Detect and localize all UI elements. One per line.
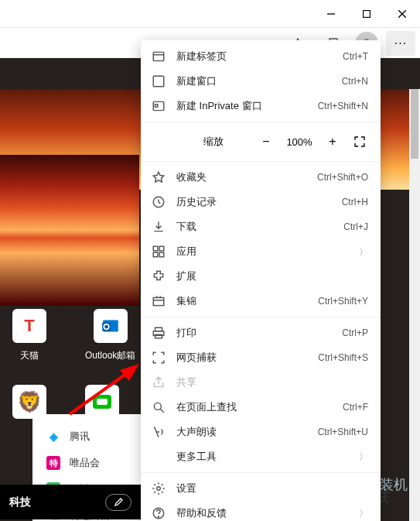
menu-shortcut: Ctrl+F — [343, 402, 368, 413]
menu-label: 应用 — [176, 245, 348, 259]
menu-label: 历史记录 — [176, 195, 331, 209]
menu-shortcut: Ctrl+Shift+U — [318, 427, 368, 437]
apps-icon — [152, 245, 166, 259]
menu-label: 收藏夹 — [176, 170, 306, 184]
menu-extensions[interactable]: 扩展 — [141, 264, 381, 289]
menu-label: 新建窗口 — [176, 74, 331, 88]
star-icon — [152, 170, 166, 184]
menu-find[interactable]: 在页面上查找 Ctrl+F — [141, 395, 381, 420]
menu-new-tab[interactable]: 新建标签页 Ctrl+T — [141, 44, 381, 69]
menu-more-tools[interactable]: 更多工具 〉 — [141, 444, 381, 469]
menu-new-window[interactable]: 新建窗口 Ctrl+N — [141, 69, 381, 94]
menu-shortcut: Ctrl+Shift+N — [318, 101, 368, 111]
find-icon — [152, 400, 166, 414]
menu-label: 新建 InPrivate 窗口 — [176, 99, 307, 113]
inprivate-icon — [152, 99, 166, 113]
menu-shortcut: Ctrl+Shift+Y — [318, 296, 368, 307]
menu-history[interactable]: 历史记录 Ctrl+H — [141, 190, 381, 214]
menu-new-inprivate[interactable]: 新建 InPrivate 窗口 Ctrl+Shift+N — [141, 94, 381, 118]
outlook-icon — [94, 309, 128, 343]
menu-shortcut: Ctrl+P — [342, 327, 368, 338]
read-aloud-icon — [152, 425, 166, 439]
menu-shortcut: Ctrl+Shift+S — [318, 352, 368, 363]
menu-share: 共享 — [141, 370, 381, 395]
settings-menu-button[interactable]: ··· — [386, 31, 415, 56]
svg-rect-21 — [159, 252, 164, 257]
menu-label: 扩展 — [176, 269, 368, 283]
scrollbar-thumb[interactable] — [411, 89, 418, 159]
menu-print[interactable]: 打印 Ctrl+P — [141, 320, 381, 345]
settings-dropdown-menu: 新建标签页 Ctrl+T 新建窗口 Ctrl+N 新建 InPrivate 窗口… — [141, 40, 381, 521]
menu-apps[interactable]: 应用 〉 — [141, 239, 381, 264]
zoom-in-button[interactable]: + — [319, 130, 347, 153]
collections-icon — [152, 294, 166, 308]
menu-label: 帮助和反馈 — [176, 506, 348, 520]
svg-point-31 — [157, 487, 161, 491]
tencent-icon: ◈ — [46, 430, 60, 444]
menu-help[interactable]: 帮助和反馈 〉 — [141, 501, 381, 521]
menu-label: 设置 — [176, 482, 368, 495]
blank-icon — [152, 450, 166, 464]
menu-label: 打印 — [176, 326, 331, 340]
svg-rect-22 — [153, 298, 164, 306]
tile-tmall[interactable]: T 天猫 — [12, 309, 46, 362]
share-icon — [152, 375, 166, 389]
svg-rect-19 — [159, 246, 164, 251]
menu-label: 网页捕获 — [176, 351, 307, 365]
list-item-label: 唯品会 — [70, 456, 100, 470]
chevron-right-icon: 〉 — [359, 507, 368, 520]
chevron-right-icon: 〉 — [359, 451, 368, 464]
tile-label: Outlook邮箱 — [85, 349, 135, 362]
menu-shortcut: Ctrl+J — [343, 221, 368, 232]
menu-zoom-row: 缩放 − 100% + — [141, 125, 381, 158]
minimize-button[interactable] — [313, 0, 349, 27]
svg-point-33 — [158, 516, 159, 517]
chevron-right-icon: 〉 — [359, 245, 368, 259]
menu-label: 大声朗读 — [176, 425, 307, 439]
help-icon — [152, 506, 166, 520]
svg-rect-28 — [155, 334, 162, 338]
menu-shortcut: Ctrl+H — [342, 197, 368, 207]
svg-rect-14 — [153, 76, 164, 87]
maximize-button[interactable] — [349, 0, 384, 27]
tile-outlook[interactable]: Outlook邮箱 — [85, 309, 135, 362]
menu-collections[interactable]: 集锦 Ctrl+Shift+Y — [141, 289, 381, 314]
tile-label: 天猫 — [20, 349, 39, 362]
menu-label: 更多工具 — [176, 450, 348, 464]
edit-button[interactable] — [105, 494, 131, 511]
zoom-out-button[interactable]: − — [252, 130, 280, 153]
gear-icon — [152, 482, 166, 495]
menu-downloads[interactable]: 下载 Ctrl+J — [141, 214, 381, 239]
tmall-icon: T — [12, 309, 46, 343]
menu-web-capture[interactable]: 网页捕获 Ctrl+Shift+S — [141, 345, 381, 370]
close-button[interactable] — [384, 0, 420, 27]
history-icon — [152, 195, 166, 209]
menu-shortcut: Ctrl+T — [343, 51, 368, 62]
download-icon — [152, 220, 166, 234]
extensions-icon — [152, 269, 166, 283]
menu-label: 下载 — [176, 220, 333, 234]
menu-settings[interactable]: 设置 — [141, 476, 381, 501]
menu-label: 共享 — [176, 375, 368, 389]
svg-rect-16 — [155, 105, 158, 107]
capture-icon — [152, 351, 166, 365]
list-item-label: 腾讯 — [70, 430, 90, 444]
svg-marker-11 — [120, 364, 139, 381]
bottom-nav: 科技 — [0, 485, 141, 519]
svg-rect-12 — [153, 52, 164, 60]
menu-favorites[interactable]: 收藏夹 Ctrl+Shift+O — [141, 165, 381, 190]
menu-read-aloud[interactable]: 大声朗读 Ctrl+Shift+U — [141, 420, 381, 444]
menu-shortcut: Ctrl+N — [342, 76, 368, 87]
zoom-value: 100% — [280, 136, 319, 148]
quick-tiles-row-1: T 天猫 Outlook邮箱 — [12, 309, 135, 362]
nav-tech-label[interactable]: 科技 — [9, 495, 31, 509]
menu-label: 集锦 — [176, 294, 307, 308]
fullscreen-button[interactable] — [347, 130, 373, 153]
window-controls — [313, 0, 420, 27]
vertical-scrollbar[interactable] — [409, 89, 420, 521]
svg-rect-9 — [97, 399, 108, 405]
svg-rect-1 — [364, 10, 370, 17]
svg-rect-18 — [153, 246, 158, 251]
print-icon — [152, 326, 166, 340]
menu-label: 新建标签页 — [176, 50, 332, 63]
